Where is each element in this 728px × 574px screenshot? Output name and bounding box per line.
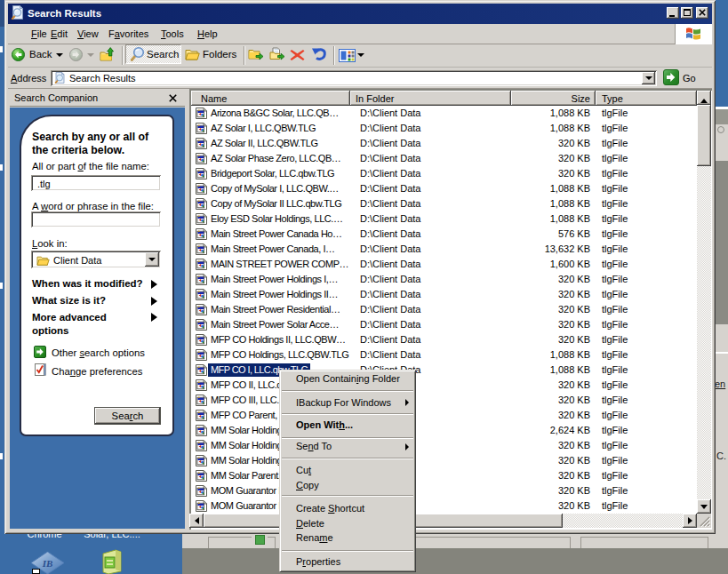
- svg-text:IB: IB: [42, 558, 53, 569]
